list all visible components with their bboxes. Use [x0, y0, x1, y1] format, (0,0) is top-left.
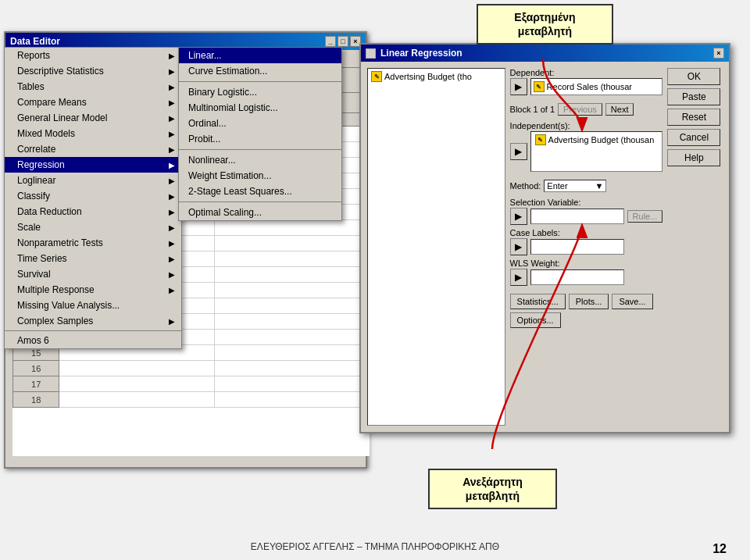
dependent-arrow-btn[interactable]: ▶: [510, 78, 527, 95]
menu-item-nonparametric[interactable]: Nonparametric Tests▶: [5, 235, 181, 251]
block-label: Block 1 of 1: [510, 105, 555, 114]
menu-item-missing-value[interactable]: Missing Value Analysis...: [5, 298, 181, 313]
var-icon-1: ✎: [371, 71, 382, 82]
options-button[interactable]: Options...: [510, 312, 561, 328]
independent-label: Independent(s):: [510, 121, 663, 130]
menu-item-amos[interactable]: Amos 6: [5, 333, 181, 348]
sheet-cell[interactable]: [214, 220, 369, 236]
ok-button[interactable]: OK: [667, 68, 720, 85]
independent-field[interactable]: ✎ Advertsing Budget (thousan: [530, 131, 663, 172]
menu-item-glm[interactable]: General Linear Model▶: [5, 110, 181, 126]
submenu-item-curve[interactable]: Curve Estimation...: [179, 63, 341, 79]
maximize-button[interactable]: □: [338, 36, 348, 47]
sheet-cell[interactable]: [214, 361, 369, 376]
menu-item-time-series[interactable]: Time Series▶: [5, 251, 181, 266]
method-dropdown-icon: ▼: [595, 181, 603, 191]
indep-var-item: ✎ Advertsing Budget (thousan: [534, 134, 660, 146]
menu-item-data-reduction[interactable]: Data Reduction▶: [5, 204, 181, 219]
menu-item-mixed[interactable]: Mixed Models▶: [5, 126, 181, 141]
menu-item-compare-means[interactable]: Compare Means▶: [5, 95, 181, 110]
dependent-value: Record Sales (thousar: [547, 82, 632, 91]
menu-item-reports[interactable]: Reports▶: [5, 48, 181, 63]
menu-item-multiple-response[interactable]: Multiple Response▶: [5, 282, 181, 298]
menu-item-loglinear[interactable]: Loglinear▶: [5, 173, 181, 188]
var-list-item-1: ✎ Advertsing Budget (tho: [370, 70, 503, 83]
menu-item-classify[interactable]: Classify▶: [5, 188, 181, 204]
selection-arrow-btn[interactable]: ▶: [510, 208, 527, 225]
cancel-button[interactable]: Cancel: [667, 129, 720, 146]
sheet-cell[interactable]: [214, 376, 369, 392]
statistics-button[interactable]: Statistics...: [510, 294, 566, 309]
sheet-cell[interactable]: [214, 267, 369, 283]
variable-list-box[interactable]: ✎ Advertsing Budget (tho: [367, 68, 505, 426]
regression-submenu: Linear... Curve Estimation... Binary Log…: [178, 47, 342, 221]
selection-label: Selection Variable:: [510, 198, 663, 207]
submenu-item-binary-logistic[interactable]: Binary Logistic...: [179, 84, 341, 100]
row-number: 16: [13, 361, 59, 376]
submenu-item-optimal[interactable]: Optimal Scaling...: [179, 205, 341, 220]
plots-button[interactable]: Plots...: [569, 294, 609, 309]
menu-item-tables[interactable]: Tables▶: [5, 79, 181, 95]
paste-button[interactable]: Paste: [667, 88, 720, 105]
selection-var-box[interactable]: [530, 209, 624, 224]
dependent-field[interactable]: ✎ Record Sales (thousar: [530, 78, 663, 95]
footer: ΕΛΕΥΘΕΡΙΟΣ ΑΓΓΕΛΗΣ – ΤΜΗΜΑ ΠΛΗΡΟΦΟΡΙΚΗΣ …: [0, 541, 750, 552]
independent-arrow-btn[interactable]: ▶: [510, 143, 527, 160]
menu-item-descriptive[interactable]: Descriptive Statistics▶: [5, 63, 181, 79]
row-number: 17: [13, 376, 59, 392]
sheet-cell[interactable]: [214, 283, 369, 298]
menu-item-scale[interactable]: Scale▶: [5, 219, 181, 235]
annotation-top: Εξαρτημένημεταβλητή: [477, 4, 613, 45]
data-editor-title: Data Editor: [10, 36, 60, 47]
sheet-cell[interactable]: [214, 392, 369, 408]
sheet-cell[interactable]: [214, 251, 369, 267]
reset-button[interactable]: Reset: [667, 109, 720, 126]
menu-item-survival[interactable]: Survival▶: [5, 266, 181, 282]
sheet-cell[interactable]: [59, 392, 214, 408]
sheet-cell[interactable]: [59, 361, 214, 376]
save-button[interactable]: Save...: [612, 294, 652, 309]
method-select[interactable]: Enter ▼: [544, 180, 606, 192]
row-number: 18: [13, 392, 59, 408]
submenu-item-nonlinear[interactable]: Nonlinear...: [179, 152, 341, 168]
selection-variable-section: Selection Variable: ▶ Rule...: [510, 198, 663, 225]
case-labels-arrow-btn[interactable]: ▶: [510, 238, 527, 255]
submenu-item-2sls[interactable]: 2-Stage Least Squares...: [179, 184, 341, 199]
wls-label: WLS Weight:: [510, 259, 663, 268]
menu-item-complex-samples[interactable]: Complex Samples▶: [5, 313, 181, 329]
submenu-item-probit[interactable]: Probit...: [179, 131, 341, 147]
sheet-cell[interactable]: [214, 314, 369, 330]
wls-arrow-btn[interactable]: ▶: [510, 269, 527, 286]
next-button[interactable]: Next: [605, 103, 634, 116]
dependent-section: Dependent: ▶ ✎ Record Sales (thousar: [510, 68, 663, 98]
wls-box[interactable]: [530, 269, 624, 285]
dialog-close-button[interactable]: ×: [713, 48, 724, 59]
sheet-cell[interactable]: [214, 298, 369, 314]
sub-sep-1: [179, 81, 341, 82]
rule-button[interactable]: Rule...: [627, 210, 663, 223]
sheet-cell[interactable]: [59, 376, 214, 392]
variable-list-panel: ✎ Advertsing Budget (tho: [367, 68, 505, 426]
method-label: Method:: [510, 181, 541, 191]
menu-item-correlate[interactable]: Correlate▶: [5, 141, 181, 157]
bottom-buttons: Statistics... Plots... Save... Options..…: [510, 294, 663, 328]
menu-item-regression[interactable]: Regression▶: [5, 157, 181, 173]
sheet-cell[interactable]: [214, 236, 369, 251]
annotation-bottom-text: Ανεξάρτητημεταβλητή: [462, 476, 523, 502]
submenu-item-multinomial[interactable]: Multinomial Logistic...: [179, 100, 341, 116]
submenu-item-linear[interactable]: Linear...: [179, 48, 341, 63]
var-label-1: Advertsing Budget (tho: [384, 72, 472, 81]
help-button[interactable]: Help: [667, 149, 720, 166]
dep-var-icon: ✎: [534, 81, 545, 92]
dialog-checkbox[interactable]: [366, 48, 376, 59]
submenu-item-ordinal[interactable]: Ordinal...: [179, 116, 341, 131]
case-labels-box[interactable]: [530, 239, 624, 255]
wls-row: ▶: [510, 269, 663, 286]
minimize-button[interactable]: _: [325, 36, 336, 47]
sheet-cell[interactable]: [214, 330, 369, 345]
dependent-arrow-row: ▶ ✎ Record Sales (thousar: [510, 78, 663, 95]
annotation-bottom: Ανεξάρτητημεταβλητή: [428, 469, 557, 509]
submenu-item-weight[interactable]: Weight Estimation...: [179, 168, 341, 184]
prev-button[interactable]: Previous: [558, 103, 602, 116]
sheet-cell[interactable]: [214, 345, 369, 361]
